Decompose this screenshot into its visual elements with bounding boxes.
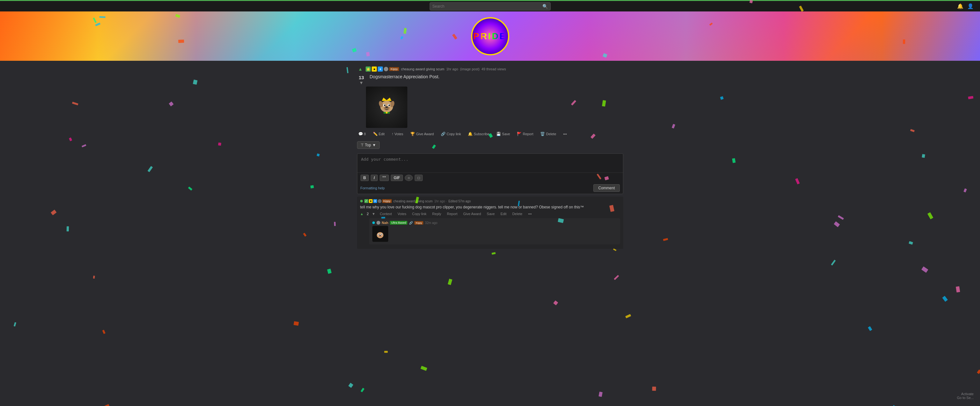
reply-dot: [372, 222, 375, 224]
report-icon: 🚩: [517, 132, 522, 136]
post-image-box[interactable]: [366, 87, 407, 128]
reply-badges: [377, 221, 380, 225]
avatar-small: [384, 67, 388, 71]
reply-username: Nah: [382, 221, 388, 225]
action-report[interactable]: 🚩 Report: [515, 131, 535, 137]
edit-icon: ✏️: [373, 132, 378, 136]
svg-marker-0: [382, 98, 391, 101]
svg-point-4: [384, 105, 385, 106]
post-upvote[interactable]: ▲: [357, 66, 364, 72]
post-time: 1hr ago: [446, 67, 458, 71]
action-give-award[interactable]: 🏆 Give Award: [409, 131, 435, 137]
action-more[interactable]: •••: [562, 132, 568, 136]
reply-flair-2: Kippy: [414, 221, 423, 225]
action-edit[interactable]: ✏️ Edit: [372, 131, 386, 137]
delete-icon: 🗑️: [540, 132, 545, 136]
award-icon: 🏆: [410, 132, 415, 136]
vote-column: 13 ▼: [357, 74, 366, 85]
banner-overlay: PRIDE: [0, 11, 980, 61]
post-icons: ⭐ ★ ✦ Kippy: [366, 67, 399, 71]
svg-point-11: [386, 112, 388, 114]
comment-action-edit[interactable]: Edit: [499, 211, 508, 216]
subscribe-label: Subscribe: [474, 132, 489, 136]
reply-image: [372, 226, 388, 242]
sort-arrow: ▼: [372, 143, 376, 147]
subscribe-icon: 🔔: [468, 132, 473, 136]
sort-button[interactable]: ⊤ Top ▼: [357, 141, 380, 149]
post-type: (image post): [460, 67, 480, 71]
save-icon: 💾: [496, 132, 501, 136]
post-title: Dogsmasterrace Appreciation Post.: [366, 74, 439, 79]
dog-image: [366, 87, 407, 128]
svg-point-18: [379, 235, 380, 236]
reply-avatar: [377, 221, 380, 225]
reply-container: Nah Ultra Based 🔗 Kippy 32m ago: [369, 218, 620, 244]
sort-icon: ⊤: [361, 143, 364, 147]
notifications-icon[interactable]: 🔔: [957, 3, 963, 9]
comment-action-report[interactable]: Report: [445, 211, 459, 216]
sort-label: Top: [365, 143, 371, 147]
comment-downvote[interactable]: ▼: [372, 212, 375, 216]
comment-item: ✓ ★ ✦ Kippy cheating award giving scum 1…: [357, 197, 623, 249]
award-label: Give Award: [416, 132, 434, 136]
comment-box-container: B I "" GIF ○ □ Formatting help Comment: [357, 153, 623, 194]
action-save[interactable]: 💾 Save: [495, 131, 511, 137]
action-subscribe[interactable]: 🔔 Subscribe: [466, 131, 490, 137]
reply-header: Nah Ultra Based 🔗 Kippy 32m ago: [372, 221, 617, 225]
svg-point-16: [381, 234, 382, 235]
nav-right: 🔔 👤: [957, 3, 974, 9]
votes-icon: ↑: [392, 132, 394, 136]
comment-action-copy[interactable]: Copy link: [411, 211, 428, 216]
comment-action-reply[interactable]: Reply: [431, 211, 442, 216]
comment-footer: Formatting help Comment: [357, 183, 623, 194]
sort-bar: ⊤ Top ▼: [353, 139, 627, 151]
comment-action-save[interactable]: Save: [485, 211, 496, 216]
comment-edited: Edited 57m ago: [449, 200, 471, 203]
square-button[interactable]: □: [415, 175, 423, 181]
edit-label: Edit: [379, 132, 385, 136]
search-input[interactable]: [433, 4, 542, 9]
main-content: ▲ ⭐ ★ ✦ Kippy cheaung award giving scum …: [353, 61, 627, 255]
more-label: •••: [563, 132, 567, 136]
comment-action-more[interactable]: •••: [527, 211, 533, 216]
comment-submit-button[interactable]: Comment: [593, 184, 619, 192]
copy-link-label: Copy link: [447, 132, 461, 136]
search-button[interactable]: 🔍: [542, 4, 548, 9]
post-downvote[interactable]: ▼: [359, 80, 364, 85]
link-icon: 🔗: [441, 132, 445, 136]
italic-button[interactable]: I: [371, 175, 377, 181]
comment-toolbar: B I "" GIF ○ □: [357, 173, 623, 183]
comment-action-context[interactable]: Context: [379, 211, 393, 216]
action-delete[interactable]: 🗑️ Delete: [539, 131, 557, 137]
comment-action-delete[interactable]: Delete: [511, 211, 523, 216]
comment-upvote[interactable]: ▲: [360, 212, 364, 216]
comment-count: 8: [364, 132, 366, 136]
comment-thread: ✓ ★ ✦ Kippy cheating award giving scum 1…: [357, 197, 623, 249]
action-votes[interactable]: ↑ Votes: [390, 131, 405, 137]
reply-time: 32m ago: [425, 221, 437, 225]
post-actions: 💬 8 ✏️ Edit ↑ Votes 🏆 Give Award 🔗 Copy …: [353, 129, 627, 139]
post-image-container: [353, 85, 627, 129]
comment-action-award[interactable]: Give Award: [462, 211, 482, 216]
top-nav-bar: 🔍 🔔 👤: [0, 0, 980, 11]
quote-button[interactable]: "": [380, 175, 389, 181]
gif-button[interactable]: GIF: [391, 175, 403, 181]
user-icon[interactable]: 👤: [967, 3, 974, 9]
save-label: Save: [502, 132, 510, 136]
circle-button[interactable]: ○: [405, 175, 413, 181]
comment-body: tell me why you love our fucking dog mas…: [360, 204, 620, 210]
post-flair: cheaung award giving scum: [401, 67, 444, 71]
reply-item: Nah Ultra Based 🔗 Kippy 32m ago: [369, 218, 620, 244]
dog-svg: [374, 95, 399, 120]
post-header: ▲ ⭐ ★ ✦ Kippy cheaung award giving scum …: [353, 64, 627, 74]
formatting-help-link[interactable]: Formatting help: [361, 186, 385, 190]
comment-online-dot: [360, 200, 363, 202]
action-comments[interactable]: 💬 8: [357, 131, 367, 137]
action-copy-link[interactable]: 🔗 Copy link: [439, 131, 462, 137]
comment-icon: 💬: [358, 132, 363, 136]
comment-kippy-badge: Kippy: [382, 199, 392, 203]
comment-action-votes[interactable]: Votes: [396, 211, 408, 216]
bold-button[interactable]: B: [361, 175, 369, 181]
badge-1: ✓: [364, 199, 368, 203]
comment-textarea[interactable]: [357, 154, 623, 171]
